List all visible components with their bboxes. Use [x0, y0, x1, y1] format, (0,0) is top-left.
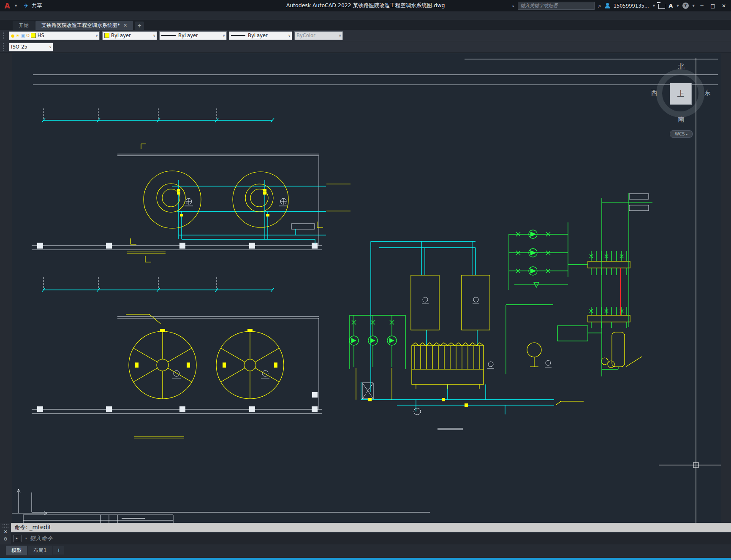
- layer-viewport-icon[interactable]: ▣: [21, 33, 25, 38]
- minimize-button[interactable]: ─: [698, 3, 706, 9]
- viewcube-north[interactable]: 北: [677, 62, 685, 70]
- lineweight-control-combo[interactable]: ByLayer∨: [229, 31, 292, 40]
- status-bar: 模型 布局1 +: [0, 544, 731, 560]
- search-icon[interactable]: ⌕: [598, 3, 601, 9]
- app-menu-caret-icon[interactable]: ▼: [15, 4, 17, 8]
- layer-color-swatch: [31, 33, 36, 38]
- command-line-dock: ✕ ⚙ 命令: _mtedit ▸_ ▾ 键入命令: [0, 523, 731, 544]
- user-avatar-icon[interactable]: [605, 3, 610, 8]
- close-button[interactable]: ✕: [720, 3, 728, 9]
- share-label[interactable]: 共享: [32, 2, 42, 9]
- viewcube-top-face[interactable]: 上: [670, 83, 692, 105]
- tab-drawing[interactable]: 某铁路医院改造工程空调水系统图* ✕: [35, 21, 133, 30]
- share-icon[interactable]: ✈: [24, 3, 28, 9]
- wcs-dropdown[interactable]: WCS ▾: [670, 130, 693, 138]
- standard-toolbar: ● ☀ ▣ Ω HS ∨ ByLayer∨ ByLayer∨ ByLayer∨ …: [0, 30, 731, 41]
- cad-drawing: [12, 53, 721, 523]
- new-layout-button[interactable]: +: [53, 546, 64, 555]
- plotstyle-control-combo: ByColor∨: [294, 31, 343, 40]
- autodesk-app-icon[interactable]: A: [668, 3, 673, 9]
- help-caret-icon[interactable]: ▼: [693, 4, 695, 8]
- viewcube-west[interactable]: 西: [650, 89, 658, 97]
- search-input[interactable]: 键入关键字或短语: [518, 2, 595, 10]
- command-options-caret-icon[interactable]: ▾: [25, 537, 27, 540]
- command-history-line: 命令: _mtedit: [11, 523, 731, 532]
- toolbar-grip[interactable]: [3, 32, 6, 39]
- autocad-logo[interactable]: A: [3, 2, 12, 10]
- maximize-button[interactable]: □: [709, 3, 717, 9]
- current-color-swatch: [104, 33, 109, 38]
- file-tabs: 开始 某铁路医院改造工程空调水系统图* ✕ +: [0, 20, 731, 30]
- layer-combo-caret-icon[interactable]: ∨: [95, 34, 98, 38]
- user-id[interactable]: 1505999135...: [614, 3, 649, 9]
- command-customize-icon[interactable]: ⚙: [3, 536, 8, 542]
- status-accent-bar: [0, 558, 731, 560]
- layer-on-icon[interactable]: ●: [11, 33, 15, 38]
- user-menu-caret-icon[interactable]: ▼: [653, 4, 655, 8]
- layer-lock-icon[interactable]: Ω: [26, 33, 30, 38]
- modify-toolbar-strip: [721, 53, 731, 523]
- viewcube-east[interactable]: 东: [704, 89, 711, 97]
- command-input-placeholder: 键入命令: [30, 535, 53, 542]
- color-control-combo[interactable]: ByLayer∨: [102, 31, 157, 40]
- toolbar-grip[interactable]: [3, 43, 6, 51]
- search-expand-icon[interactable]: ▸: [513, 4, 515, 8]
- layer-name: HS: [38, 32, 50, 38]
- drawing-canvas[interactable]: 上 北 南 西 东 WCS ▾: [12, 53, 721, 523]
- command-dock-grip[interactable]: [3, 524, 8, 528]
- app-store-cart-icon[interactable]: [658, 4, 665, 9]
- command-close-icon[interactable]: ✕: [3, 529, 7, 535]
- lineweight-preview: [231, 35, 245, 36]
- command-options-icon[interactable]: ▸_: [14, 535, 22, 542]
- layout1-tab[interactable]: 布局1: [28, 546, 52, 555]
- autocad-window: Autodesk AutoCAD 2022 某铁路医院改造工程空调水系统图.dw…: [0, 0, 731, 560]
- tab-start[interactable]: 开始: [13, 21, 35, 30]
- model-tab[interactable]: 模型: [6, 546, 27, 555]
- tab-close-icon[interactable]: ✕: [123, 23, 127, 28]
- linetype-control-combo[interactable]: ByLayer∨: [159, 31, 227, 40]
- dimstyle-combo[interactable]: ISO-25∨: [9, 43, 53, 51]
- titlebar: Autodesk AutoCAD 2022 某铁路医院改造工程空调水系统图.dw…: [0, 0, 731, 11]
- layer-control-combo[interactable]: ● ☀ ▣ Ω HS ∨: [9, 31, 100, 40]
- autodesk-app-caret-icon[interactable]: ▼: [677, 4, 679, 8]
- viewcube-south[interactable]: 南: [677, 116, 685, 124]
- search-placeholder: 键入关键字或短语: [520, 3, 557, 9]
- tab-drawing-label: 某铁路医院改造工程空调水系统图*: [41, 22, 120, 29]
- help-icon[interactable]: ?: [682, 3, 689, 9]
- command-input-line[interactable]: ▸_ ▾ 键入命令: [11, 532, 731, 544]
- menubar: [0, 11, 731, 20]
- linetype-preview: [161, 35, 176, 36]
- layer-thaw-icon[interactable]: ☀: [16, 33, 20, 38]
- dimension-toolbar: ISO-25∨: [0, 41, 731, 53]
- new-tab-button[interactable]: +: [135, 22, 144, 30]
- draw-toolbar-strip: [0, 53, 12, 523]
